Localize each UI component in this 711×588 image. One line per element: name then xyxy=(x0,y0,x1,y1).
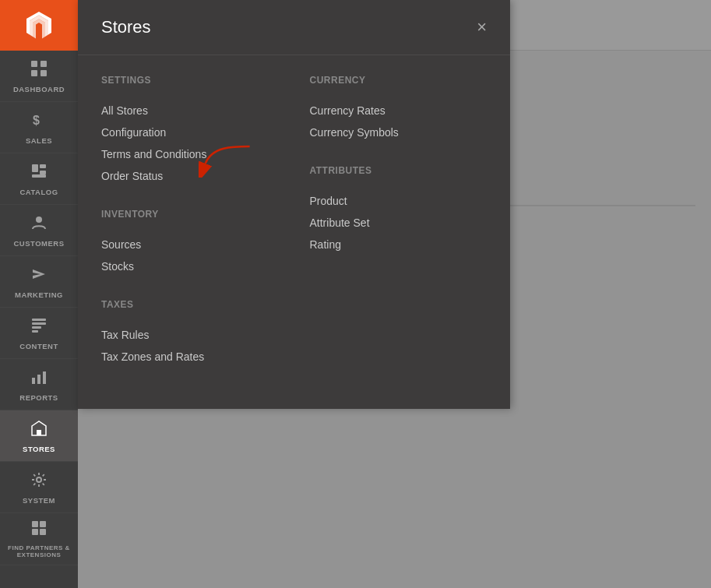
stores-panel-body: Settings All Stores Configuration Terms … xyxy=(78,55,510,409)
catalog-icon xyxy=(30,163,48,184)
stores-icon xyxy=(30,420,48,441)
arrow-indicator xyxy=(199,143,253,178)
stores-right-column: Currency Currency Rates Currency Symbols… xyxy=(310,75,487,389)
svg-rect-17 xyxy=(43,371,46,384)
svg-rect-21 xyxy=(40,521,46,527)
sales-label: SALES xyxy=(26,136,52,145)
svg-rect-22 xyxy=(32,529,38,535)
svg-marker-10 xyxy=(33,269,45,279)
svg-rect-5 xyxy=(32,164,38,172)
sidebar-item-reports[interactable]: REPORTS xyxy=(0,359,78,410)
system-icon xyxy=(30,471,48,492)
svg-rect-2 xyxy=(31,70,37,76)
currency-symbols-link[interactable]: Currency Symbols xyxy=(310,121,487,143)
marketing-label: MARKETING xyxy=(15,290,63,299)
tax-zones-rates-link[interactable]: Tax Zones and Rates xyxy=(101,346,279,368)
taxes-section: Taxes Tax Rules Tax Zones and Rates xyxy=(101,299,279,368)
svg-rect-13 xyxy=(32,326,41,329)
sidebar-item-customers[interactable]: CUSTOMERS xyxy=(0,205,78,256)
svg-rect-20 xyxy=(32,521,38,527)
marketing-icon xyxy=(30,266,48,287)
configuration-link[interactable]: Configuration xyxy=(101,121,279,143)
findpartners-label: FIND PARTNERS & EXTENSIONS xyxy=(4,544,74,558)
product-link[interactable]: Product xyxy=(310,190,487,212)
stores-left-column: Settings All Stores Configuration Terms … xyxy=(101,75,279,389)
stores-label: STORES xyxy=(23,445,55,453)
svg-rect-0 xyxy=(31,61,37,67)
sales-icon: $ xyxy=(30,111,48,132)
stores-panel-title: Stores xyxy=(101,17,151,37)
svg-rect-15 xyxy=(32,378,35,384)
svg-point-19 xyxy=(37,477,41,482)
inventory-section: Inventory Sources Stocks xyxy=(101,209,279,277)
stores-panel-header: Stores × xyxy=(78,0,510,55)
catalog-label: CATALOG xyxy=(19,188,58,196)
svg-rect-3 xyxy=(40,70,47,76)
findpartners-icon xyxy=(30,519,48,540)
sidebar-item-sales[interactable]: $ SALES xyxy=(0,102,78,153)
stocks-link[interactable]: Stocks xyxy=(101,255,279,277)
svg-rect-8 xyxy=(32,174,46,178)
svg-rect-16 xyxy=(37,375,40,384)
sources-link[interactable]: Sources xyxy=(101,234,279,255)
content-label: CONTENT xyxy=(19,342,58,350)
magento-logo-icon xyxy=(23,10,55,41)
dashboard-icon xyxy=(30,60,48,81)
rating-link[interactable]: Rating xyxy=(310,234,487,255)
all-stores-link[interactable]: All Stores xyxy=(101,100,279,121)
tax-rules-link[interactable]: Tax Rules xyxy=(101,324,279,346)
sidebar-item-content[interactable]: CONTENT xyxy=(0,308,78,359)
sidebar-item-dashboard[interactable]: DASHBOARD xyxy=(0,51,78,102)
currency-rates-link[interactable]: Currency Rates xyxy=(310,100,487,121)
currency-section-title: Currency xyxy=(310,75,487,86)
attributes-section-title: Attributes xyxy=(310,165,487,176)
svg-rect-14 xyxy=(32,330,38,333)
svg-text:$: $ xyxy=(33,114,40,127)
svg-rect-1 xyxy=(40,61,47,67)
sidebar-logo[interactable] xyxy=(0,0,78,51)
system-label: SYSTEM xyxy=(23,496,55,505)
attribute-set-link[interactable]: Attribute Set xyxy=(310,212,487,234)
svg-rect-18 xyxy=(37,430,41,435)
svg-point-9 xyxy=(36,217,42,223)
currency-section: Currency Currency Rates Currency Symbols xyxy=(310,75,487,143)
attributes-section: Attributes Product Attribute Set Rating xyxy=(310,165,487,255)
svg-rect-7 xyxy=(40,171,46,174)
dashboard-label: DASHBOARD xyxy=(13,85,65,93)
reports-icon xyxy=(30,368,48,389)
sidebar-item-catalog[interactable]: CATALOG xyxy=(0,153,78,205)
sidebar-item-system[interactable]: SYSTEM xyxy=(0,462,78,513)
svg-rect-12 xyxy=(32,322,46,325)
svg-rect-11 xyxy=(32,319,46,321)
reports-label: REPORTS xyxy=(19,393,58,402)
stores-panel-close-button[interactable]: × xyxy=(477,19,487,36)
inventory-section-title: Inventory xyxy=(101,209,279,220)
customers-label: CUSTOMERS xyxy=(13,239,64,248)
main-content: ur dynamic product, order, and customer … xyxy=(78,0,711,588)
taxes-section-title: Taxes xyxy=(101,299,279,310)
svg-rect-6 xyxy=(40,164,46,168)
content-icon xyxy=(30,317,48,338)
customers-icon xyxy=(30,214,48,235)
sidebar: DASHBOARD $ SALES CATALOG CUSTOME xyxy=(0,0,78,588)
sidebar-item-findpartners[interactable]: FIND PARTNERS & EXTENSIONS xyxy=(0,513,78,565)
sidebar-item-stores[interactable]: STORES xyxy=(0,410,78,462)
svg-rect-23 xyxy=(40,529,46,535)
sidebar-item-marketing[interactable]: MARKETING xyxy=(0,256,78,308)
stores-panel: Stores × Settings All Stores Configurati… xyxy=(78,0,510,409)
settings-section-title: Settings xyxy=(101,75,279,86)
